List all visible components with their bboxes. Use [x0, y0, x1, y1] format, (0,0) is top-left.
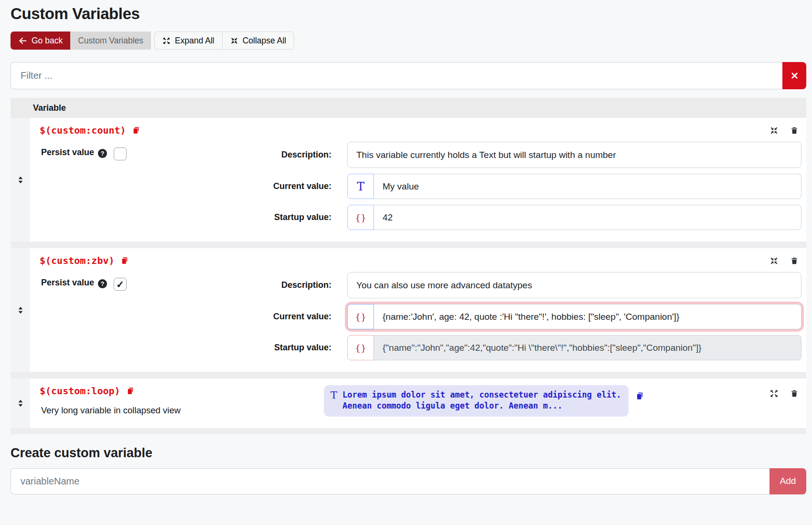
- current-value-input[interactable]: [374, 304, 801, 329]
- description-input[interactable]: [347, 272, 801, 298]
- compress-arrows-icon: [230, 36, 238, 45]
- page-title: Custom Variables: [11, 5, 806, 23]
- help-icon[interactable]: ?: [98, 279, 107, 288]
- create-variable-group: Add: [11, 468, 806, 494]
- value-preview: T Lorem ipsum dolor sit amet, consectetu…: [324, 385, 629, 417]
- json-type-icon: {}: [347, 304, 374, 329]
- arrow-left-icon: [18, 36, 27, 45]
- variable-description-text: Very long variable in collapsed view: [40, 405, 324, 416]
- current-value-field: Current value: {}: [250, 304, 801, 329]
- drag-handle[interactable]: [16, 175, 25, 185]
- create-variable-heading: Create custom variable: [11, 446, 806, 461]
- go-back-label: Go back: [32, 36, 63, 46]
- variable-name-input[interactable]: [11, 468, 769, 494]
- fields: Description: Current value: {}: [250, 272, 801, 360]
- startup-value-input: [374, 335, 801, 360]
- persist-label: Persist value: [41, 278, 94, 288]
- variable-name: $(custom:count): [40, 125, 126, 136]
- row-head: $(custom:zbv): [40, 255, 801, 266]
- delete-row-icon[interactable]: [790, 389, 799, 398]
- text-type-icon: T: [331, 389, 337, 411]
- current-value-group-invalid: {}: [347, 304, 801, 329]
- close-icon: [790, 71, 800, 81]
- current-value-field: Current value: T: [250, 174, 801, 199]
- row-head: $(custom:loop): [40, 385, 324, 397]
- collapse-row-icon[interactable]: [769, 256, 779, 265]
- startup-value-label: Startup value:: [250, 343, 347, 353]
- variable-row-count: $(custom:count) Pers: [11, 118, 806, 242]
- variable-row-zbv: $(custom:zbv) Persis: [11, 248, 806, 372]
- table-header-variable: Variable: [33, 103, 66, 113]
- delete-row-icon[interactable]: [790, 256, 799, 265]
- persist-block: Persist value ?: [40, 142, 250, 230]
- row-gutter: [11, 378, 30, 428]
- filter-clear-button[interactable]: [782, 62, 806, 89]
- collapse-all-button[interactable]: Collapse All: [222, 32, 294, 50]
- json-type-icon: {}: [347, 205, 374, 230]
- copy-name-icon[interactable]: [126, 386, 135, 396]
- collapse-row-icon[interactable]: [769, 126, 779, 135]
- row-gutter: [11, 248, 30, 372]
- current-value-label: Current value:: [250, 312, 347, 322]
- row-gutter: [11, 118, 30, 242]
- row-spacer: [11, 372, 806, 378]
- persist-checkbox[interactable]: [114, 147, 127, 160]
- startup-value-input[interactable]: [374, 205, 801, 230]
- expand-all-label: Expand All: [175, 36, 214, 46]
- delete-row-icon[interactable]: [790, 126, 799, 135]
- row-body: $(custom:zbv) Persis: [30, 248, 806, 372]
- startup-value-field: Startup value: {}: [250, 335, 801, 360]
- collapsed-row-grid: $(custom:loop) Very long variable in col…: [40, 385, 801, 417]
- help-icon[interactable]: ?: [98, 149, 107, 158]
- go-back-button[interactable]: Go back: [11, 32, 70, 50]
- fields: Description: Current value: T: [250, 142, 801, 230]
- row-grid: Persist value ? Description: Current val…: [40, 142, 801, 230]
- row-actions: [769, 256, 801, 265]
- startup-value-field: Startup value: {}: [250, 205, 801, 230]
- table-end-spacer: [11, 428, 806, 434]
- drag-handle[interactable]: [16, 398, 25, 409]
- expand-arrows-icon: [162, 36, 171, 45]
- persist-checkbox[interactable]: ✓: [114, 278, 127, 291]
- description-input[interactable]: [347, 142, 801, 168]
- row-actions: [769, 385, 801, 398]
- context-button: Custom Variables: [70, 32, 151, 50]
- persist-block: Persist value ? ✓: [40, 272, 250, 360]
- copy-name-icon[interactable]: [132, 126, 140, 135]
- current-value-input[interactable]: [374, 174, 801, 199]
- row-actions: [769, 126, 801, 135]
- startup-value-label: Startup value:: [250, 212, 347, 222]
- startup-value-group: {}: [347, 335, 801, 360]
- custom-variables-page: Custom Variables Go back Custom Variable…: [0, 0, 812, 525]
- current-value-label: Current value:: [250, 181, 347, 191]
- preview-line-1: Lorem ipsum dolor sit amet, consectetuer…: [342, 389, 621, 400]
- variable-name: $(custom:zbv): [40, 255, 115, 266]
- description-label: Description:: [250, 150, 347, 160]
- variables-table: Variable $(custom:count): [11, 98, 806, 434]
- json-type-icon: {}: [347, 335, 374, 360]
- preview-line-2: Aenean commodo ligula eget dolor. Aenean…: [342, 400, 621, 411]
- expand-collapse-group: Expand All Collapse All: [154, 32, 294, 50]
- row-body: $(custom:loop) Very long variable in col…: [30, 378, 806, 428]
- table-header: Variable: [11, 98, 806, 118]
- filter-input[interactable]: [11, 62, 782, 89]
- add-variable-button[interactable]: Add: [769, 468, 806, 494]
- expand-all-button[interactable]: Expand All: [154, 32, 222, 50]
- copy-name-icon[interactable]: [120, 256, 129, 265]
- description-field: Description:: [250, 142, 801, 168]
- expand-row-icon[interactable]: [769, 389, 779, 398]
- toolbar: Go back Custom Variables Expand All Coll…: [11, 32, 806, 50]
- current-value-group: T: [347, 174, 801, 199]
- startup-value-group: {}: [347, 205, 801, 230]
- drag-handle[interactable]: [16, 305, 25, 315]
- text-type-icon: T: [347, 174, 374, 199]
- filter-group: [11, 62, 806, 89]
- variable-name: $(custom:loop): [40, 385, 120, 397]
- row-body: $(custom:count) Pers: [30, 118, 806, 242]
- variable-row-loop: $(custom:loop) Very long variable in col…: [11, 378, 806, 428]
- description-label: Description:: [250, 280, 347, 290]
- copy-value-icon[interactable]: [635, 391, 644, 401]
- value-preview-text: Lorem ipsum dolor sit amet, consectetuer…: [342, 389, 621, 411]
- row-spacer: [11, 242, 806, 248]
- persist-label: Persist value: [41, 147, 94, 158]
